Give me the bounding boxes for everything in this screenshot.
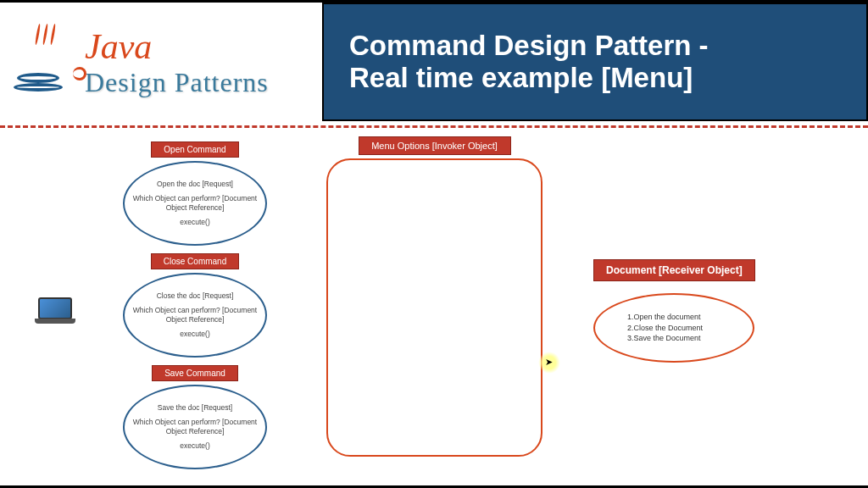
receiver-item-3: 3.Save the Document (627, 333, 753, 344)
cursor-highlight: ➤ (538, 352, 560, 374)
logo-sub-text: Design Patterns (85, 67, 269, 98)
execute-text: execute() (180, 218, 209, 227)
logo-main-text: Java (85, 26, 269, 67)
invoker-label: Menu Options [Invoker Object] (359, 136, 511, 155)
perform-text: Which Object can perform? [Document Obje… (131, 418, 259, 436)
cursor-arrow-icon: ➤ (545, 357, 553, 368)
execute-text: execute() (180, 441, 209, 451)
save-command-label: Save Command (152, 365, 238, 381)
receiver-item-1: 1.Open the document (627, 312, 753, 323)
perform-text: Which Object can perform? [Document Obje… (131, 306, 259, 324)
invoker-box (326, 158, 542, 457)
diagram-content: Open Command Open the doc [Request] Whic… (0, 136, 868, 488)
save-command-ellipse: Save the doc [Request] Which Object can … (123, 385, 267, 469)
close-command-ellipse: Close the doc [Request] Which Object can… (123, 273, 267, 358)
commands-column: Open Command Open the doc [Request] Whic… (114, 141, 275, 476)
laptop-icon (38, 297, 79, 326)
invoker-section: Menu Options [Invoker Object] (326, 136, 542, 457)
request-text: Open the doc [Request] (157, 180, 233, 189)
close-command-label: Close Command (151, 253, 239, 269)
request-text: Close the doc [Request] (157, 291, 234, 301)
receiver-ellipse: 1.Open the document 2.Close the Document… (593, 293, 754, 363)
receiver-label: Document [Receiver Object] (593, 259, 755, 281)
execute-text: execute() (180, 330, 209, 339)
coffee-cup-icon (17, 28, 76, 96)
perform-text: Which Object can perform? [Document Obje… (131, 194, 259, 213)
title-section: Command Design Pattern - Real time examp… (322, 3, 868, 121)
header: Java Design Patterns Command Design Patt… (0, 3, 868, 121)
divider (0, 125, 868, 128)
java-logo: Java Design Patterns (17, 26, 269, 98)
request-text: Save the doc [Request] (158, 403, 232, 413)
receiver-item-2: 2.Close the Document (627, 323, 753, 334)
close-command-block: Close Command Close the doc [Request] Wh… (114, 252, 275, 358)
title-line-2: Real time example [Menu] (349, 62, 858, 94)
logo-section: Java Design Patterns (0, 3, 322, 121)
title-line-1: Command Design Pattern - (349, 30, 858, 62)
open-command-ellipse: Open the doc [Request] Which Object can … (123, 161, 267, 246)
open-command-block: Open Command Open the doc [Request] Whic… (114, 141, 275, 246)
save-command-block: Save Command Save the doc [Request] Whic… (114, 364, 275, 469)
receiver-section: Document [Receiver Object] 1.Open the do… (593, 259, 784, 363)
open-command-label: Open Command (151, 141, 238, 158)
